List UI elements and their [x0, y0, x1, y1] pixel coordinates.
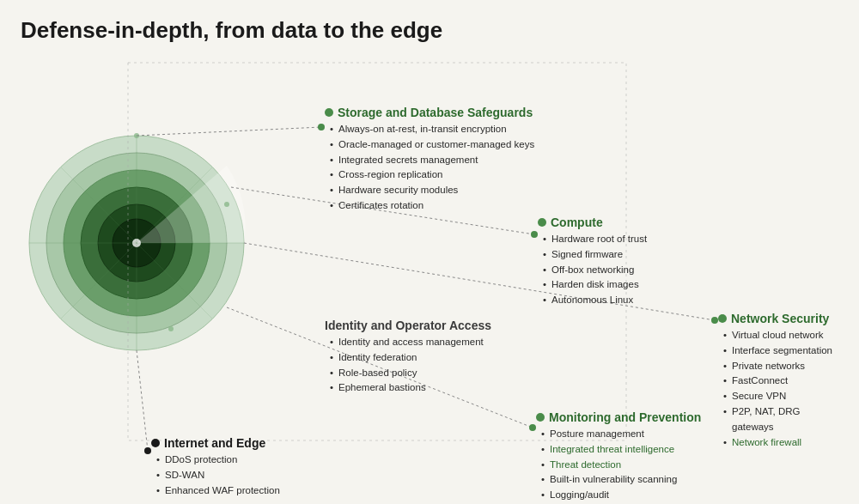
storage-dot [325, 108, 333, 117]
identity-title: Identity and Operator Access [325, 319, 491, 332]
monitoring-item: Built-in vulnerability scanning [541, 472, 730, 488]
network-item: Private networks [723, 359, 838, 374]
monitoring-title: Monitoring and Prevention [536, 410, 730, 424]
network-title: Network Security [718, 312, 838, 325]
network-item: Secure VPN [723, 389, 838, 404]
storage-title: Storage and Database Safeguards [325, 106, 534, 119]
svg-point-1 [46, 153, 227, 333]
compute-item: Harden disk images [543, 277, 647, 293]
svg-point-5 [113, 219, 161, 267]
monitoring-item: Threat detection [541, 458, 730, 473]
internet-item: SD-WAN [156, 468, 280, 483]
storage-item: Integrated secrets management [330, 153, 534, 168]
network-item: FastConnect [723, 373, 838, 389]
storage-block: Storage and Database Safeguards Always-o… [325, 106, 534, 214]
network-dot [718, 314, 727, 323]
identity-item: Ephemeral bastions [330, 380, 491, 396]
monitoring-block: Monitoring and Prevention Posture manage… [536, 410, 730, 504]
network-item: Interface segmentation [723, 343, 838, 359]
svg-point-22 [529, 424, 536, 431]
internet-title: Internet and Edge [151, 436, 280, 450]
monitoring-item: Posture management [541, 427, 730, 442]
storage-item: Oracle-managed or customer-managed keys [330, 137, 534, 153]
network-block: Network Security Virtual cloud network I… [718, 312, 838, 451]
network-item: Virtual cloud network [723, 328, 838, 343]
compute-item: Autonomous Linux [543, 293, 647, 308]
svg-line-10 [61, 167, 212, 319]
compute-title: Compute [538, 216, 647, 229]
network-item: P2P, NAT, DRG gateways [723, 404, 838, 435]
svg-point-11 [134, 133, 139, 138]
compute-item: Signed firmware [543, 247, 647, 263]
svg-point-20 [711, 317, 718, 324]
svg-line-15 [137, 127, 321, 136]
storage-item: Certificates rotation [330, 198, 534, 214]
monitoring-item: Integrated threat intelligence [541, 442, 730, 458]
identity-list: Identity and access management Identity … [325, 335, 491, 396]
identity-item: Identity federation [330, 350, 491, 366]
storage-item: Hardware security modules [330, 183, 534, 198]
svg-point-0 [29, 136, 244, 350]
internet-list: DDoS protection SD-WAN Enhanced WAF prot… [151, 452, 280, 498]
svg-point-13 [168, 326, 174, 331]
monitoring-dot [536, 413, 545, 422]
svg-point-3 [81, 187, 192, 299]
compute-item: Hardware root of trust [543, 232, 647, 247]
storage-item: Cross-region replication [330, 167, 534, 183]
svg-point-18 [531, 231, 538, 238]
storage-item: Always-on at-rest, in-transit encryption [330, 122, 534, 137]
network-list: Virtual cloud network Interface segmenta… [718, 328, 838, 451]
internet-item: Enhanced WAF protection [156, 483, 280, 499]
svg-line-23 [137, 350, 148, 451]
network-firewall-item: Network firewall [723, 435, 838, 451]
svg-point-4 [98, 204, 175, 282]
identity-item: Role-based policy [330, 366, 491, 381]
svg-point-2 [64, 170, 210, 316]
content-area: Storage and Database Safeguards Always-o… [21, 54, 838, 489]
monitoring-item: Logging/audit [541, 488, 730, 503]
internet-dot [151, 439, 160, 447]
svg-point-24 [144, 447, 151, 454]
svg-point-12 [224, 202, 229, 207]
page: Defense-in-depth, from data to the edge [0, 0, 859, 504]
monitoring-list: Posture management Integrated threat int… [536, 427, 730, 504]
internet-item: DDoS protection [156, 452, 280, 468]
compute-dot [538, 218, 546, 227]
internet-block: Internet and Edge DDoS protection SD-WAN… [151, 436, 280, 498]
compute-item: Off-box networking [543, 263, 647, 278]
svg-point-6 [132, 239, 141, 247]
identity-block: Identity and Operator Access Identity an… [325, 319, 491, 396]
svg-point-16 [318, 124, 325, 131]
compute-block: Compute Hardware root of trust Signed fi… [538, 216, 647, 308]
compute-list: Hardware root of trust Signed firmware O… [538, 232, 647, 308]
identity-item: Identity and access management [330, 335, 491, 350]
storage-list: Always-on at-rest, in-transit encryption… [325, 122, 534, 214]
page-title: Defense-in-depth, from data to the edge [21, 17, 838, 44]
svg-line-9 [61, 167, 212, 319]
